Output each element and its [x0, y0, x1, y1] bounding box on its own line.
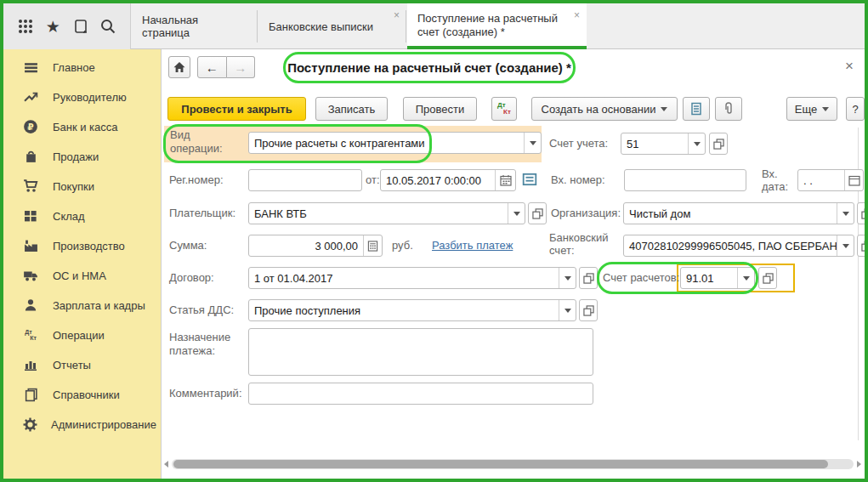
title-highlight: Поступление на расчетный счет (создание)… [283, 52, 576, 83]
sidebar-item-warehouse[interactable]: Склад [5, 203, 156, 229]
favorites-star-icon[interactable]: ★ [42, 15, 64, 37]
sidebar-item-production[interactable]: Производство [5, 233, 156, 258]
chevron-down-icon [694, 142, 701, 146]
amount-input[interactable]: 3 000,00 [248, 235, 383, 257]
post-button[interactable]: Провести [403, 97, 477, 121]
journal-list-button[interactable] [522, 172, 537, 190]
in-number-label: Вх. номер: [551, 173, 605, 186]
open-account-button[interactable] [709, 133, 728, 155]
sidebar-item-sales[interactable]: Продажи [5, 144, 156, 169]
contract-combo[interactable]: 1 от 01.04.2017 [248, 267, 576, 289]
create-on-base-button[interactable]: Создать на основании [531, 97, 678, 121]
bank-account-combo[interactable]: 40702810299996505045, ПАО СБЕРБАНК [623, 235, 854, 257]
sidebar-item-fixed-assets[interactable]: ОС и НМА [5, 263, 156, 288]
more-button[interactable]: Еще [786, 97, 837, 121]
sidebar-item-directories[interactable]: Справочники [5, 382, 156, 407]
tab-home[interactable]: Начальная страница [132, 3, 258, 49]
calculator-button[interactable] [363, 235, 382, 256]
bag-icon [22, 148, 39, 165]
help-button[interactable]: ? [846, 97, 865, 121]
amount-label: Сумма: [169, 239, 207, 252]
boxes-icon [22, 207, 39, 224]
tab-receipt-to-account[interactable]: Поступление на расчетный счет (создание)… [407, 3, 587, 49]
history-icon[interactable] [70, 15, 92, 37]
forward-button[interactable]: → [227, 56, 256, 78]
home-button[interactable] [168, 56, 190, 78]
chevron-down-icon [842, 212, 849, 216]
chevron-down-icon [842, 244, 849, 248]
chevron-down-icon [564, 309, 571, 313]
currency-label: руб. [392, 239, 413, 252]
comment-label: Комментарий: [169, 387, 242, 400]
scrollbar-track[interactable] [172, 459, 854, 469]
close-form-icon[interactable]: × [845, 58, 854, 75]
dropdown-button[interactable] [508, 203, 525, 224]
payment-purpose-textarea[interactable] [248, 328, 593, 376]
trend-icon [22, 88, 39, 105]
write-button[interactable]: Записать [315, 97, 388, 121]
close-icon[interactable]: × [574, 10, 580, 20]
dropdown-button[interactable] [688, 133, 705, 154]
back-button[interactable]: ← [197, 56, 227, 78]
calendar-button[interactable] [495, 170, 515, 190]
organization-combo[interactable]: Чистый дом [623, 202, 854, 224]
open-contract-button[interactable] [579, 267, 598, 289]
dtkt-icon: ДтКт [22, 326, 39, 343]
sidebar-item-manager[interactable]: Руководителю [5, 84, 156, 110]
sidebar-item-purchases[interactable]: Покупки [5, 173, 156, 199]
scroll-left-arrow-icon[interactable] [164, 461, 168, 468]
operation-type-combo[interactable]: Прочие расчеты с контрагентами [248, 132, 542, 154]
split-payment-link[interactable]: Разбить платеж [432, 239, 513, 252]
sidebar-item-administration[interactable]: Администрирование [5, 411, 156, 437]
sidebar-item-operations[interactable]: ДтКт Операции [5, 322, 156, 348]
chevron-down-icon [743, 276, 750, 281]
calendar-button[interactable] [844, 170, 863, 190]
open-organization-button[interactable] [857, 202, 868, 224]
chevron-down-icon [822, 107, 829, 111]
tab-bank-statements[interactable]: Банковские выписки × [258, 3, 406, 49]
dropdown-button[interactable] [837, 235, 854, 256]
horizontal-scrollbar[interactable] [164, 458, 861, 470]
settlement-account-field[interactable]: 91.01 [680, 267, 755, 289]
dropdown-button[interactable] [737, 268, 754, 288]
history-nav-group: ← → [197, 56, 255, 78]
in-number-input[interactable] [624, 169, 746, 191]
sidebar-item-salary-hr[interactable]: Зарплата и кадры [5, 292, 156, 318]
account-field[interactable]: 51 [621, 133, 706, 155]
scroll-right-arrow-icon[interactable] [857, 461, 861, 468]
cash-flow-item-combo[interactable]: Прочие поступления [248, 299, 576, 321]
close-icon[interactable]: × [394, 10, 400, 20]
account-label: Счет учета: [549, 137, 608, 150]
dropdown-button[interactable] [524, 133, 541, 153]
chevron-down-icon [661, 107, 667, 111]
dtkt-button[interactable]: ДтКт [491, 97, 517, 121]
sidebar-item-bank-cash[interactable]: ₽ Банк и касса [5, 114, 156, 139]
open-dialog-icon [583, 305, 594, 316]
comment-input[interactable] [248, 383, 593, 405]
in-date-input[interactable]: . . [797, 169, 864, 191]
payer-combo[interactable]: БАНК ВТБ [248, 202, 525, 224]
paperclip-icon [722, 102, 735, 116]
sidebar-item-main[interactable]: Главное [5, 54, 156, 80]
books-icon [22, 386, 39, 403]
dropdown-button[interactable] [837, 203, 854, 224]
sidebar-item-reports[interactable]: Отчеты [5, 352, 156, 377]
organization-label: Организация: [551, 207, 621, 219]
search-icon[interactable] [97, 15, 119, 37]
dropdown-button[interactable] [559, 268, 576, 288]
date-input[interactable]: 10.05.2017 0:00:00 [380, 169, 516, 191]
menu-grid-icon[interactable] [14, 15, 37, 37]
open-cash-flow-item-button[interactable] [579, 299, 598, 321]
tab-label: Поступление на расчетный счет (создание)… [417, 12, 564, 39]
document-icon [689, 102, 703, 116]
dropdown-button[interactable] [559, 300, 576, 320]
post-and-close-button[interactable]: Провести и закрыть [167, 97, 306, 121]
report-button[interactable] [683, 97, 710, 121]
open-bank-account-button[interactable] [857, 235, 868, 257]
scrollbar-thumb[interactable] [173, 460, 828, 468]
open-payer-button[interactable] [528, 202, 547, 224]
attachments-button[interactable] [715, 97, 742, 121]
open-settlement-account-button[interactable] [758, 267, 777, 289]
reg-number-input[interactable] [248, 169, 362, 191]
open-dialog-icon [861, 208, 868, 219]
